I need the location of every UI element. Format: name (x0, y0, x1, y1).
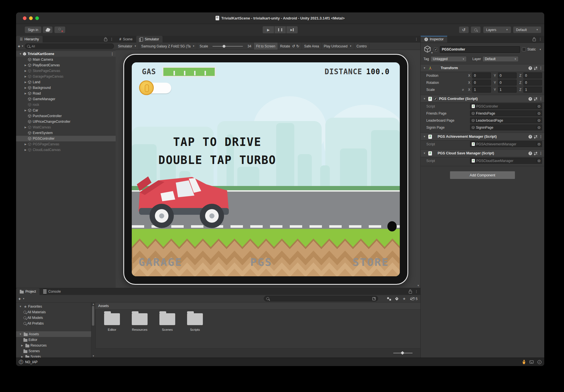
control-dropdown[interactable]: Contro (354, 43, 369, 50)
kebab-menu-icon[interactable]: ⋮ (539, 38, 542, 41)
leaderboard-page-field[interactable]: LeaderboardPage ⊙ (470, 117, 542, 123)
kebab-menu-icon[interactable]: ⋮ (539, 135, 543, 138)
scroll-down-arrow-icon[interactable]: ▼ (417, 284, 420, 287)
hierarchy-item[interactable]: ▶PlayBoardCanvas (16, 62, 116, 68)
tree-item-assets[interactable]: ▼ Assets (16, 331, 91, 337)
create-dropdown-icon[interactable]: ▼ (23, 297, 25, 300)
position-x-field[interactable]: 0 (472, 73, 491, 78)
static-dropdown-icon[interactable]: ▼ (539, 48, 541, 51)
store-button[interactable]: STORE (353, 256, 389, 268)
project-search-input[interactable] (271, 297, 371, 301)
tree-item-resources[interactable]: ▶ Resources (16, 343, 91, 348)
asset-folder-editor[interactable]: Editor (99, 313, 125, 331)
help-icon[interactable]: ? (528, 152, 532, 155)
position-z-field[interactable]: 0 (523, 73, 542, 78)
hierarchy-search-input[interactable] (31, 44, 112, 48)
create-object-button[interactable]: + (18, 44, 20, 49)
favorites-star-icon[interactable]: ★ (403, 297, 406, 301)
garage-button[interactable]: GARAGE (139, 256, 182, 268)
foldout-closed-icon[interactable]: ▶ (23, 69, 28, 72)
foldout-closed-icon[interactable]: ▶ (23, 75, 28, 78)
object-picker-icon[interactable]: ⊙ (536, 126, 541, 129)
script-reference-field[interactable]: PGSCloudSaveManager ⊙ (470, 158, 542, 164)
undo-history-button[interactable]: ↺ (459, 27, 469, 33)
layout-dropdown[interactable]: Default ▼ (513, 27, 541, 33)
component-enabled-checkbox[interactable]: ✓ (434, 97, 437, 101)
tag-dropdown[interactable]: Untagged▼ (431, 56, 467, 62)
pgs-controller-header[interactable]: ▼ ✓ PGS Controller (Script) ? ⋮ (421, 95, 544, 103)
rotate-controls[interactable]: Rotate ↺ ↻ (278, 43, 302, 50)
foldout-closed-icon[interactable]: ▶ (23, 148, 28, 151)
game-screen[interactable]: GAS DISTANCE 100.0 TAP T (132, 62, 400, 276)
gameobject-icon-large[interactable]: ▼ (423, 45, 432, 54)
object-picker-icon[interactable]: ⊙ (536, 111, 541, 115)
gameobject-name-field[interactable]: PGSController (440, 46, 520, 53)
open-search-window-icon[interactable] (372, 297, 376, 300)
asset-folder-scripts[interactable]: Scripts (182, 313, 208, 331)
pgs-cloud-save-manager-header[interactable]: ▼ PGS Cloud Save Manager (Script) ? ⋮ (421, 150, 544, 157)
kebab-menu-icon[interactable]: ⋮ (539, 152, 543, 155)
foldout-closed-icon[interactable]: ▶ (23, 86, 28, 89)
asset-folder-scenes[interactable]: Scenes (155, 313, 180, 331)
add-component-button[interactable]: Add Component (450, 171, 515, 179)
scale-y-field[interactable]: 1 (498, 87, 517, 93)
position-y-field[interactable]: 0 (498, 73, 517, 78)
rotation-x-field[interactable]: 0 (472, 80, 491, 86)
pgs-achievement-manager-header[interactable]: ▼ PGS Achievement Manager (Script) ? ⋮ (421, 133, 544, 141)
hierarchy-item[interactable]: ▶Background (16, 85, 116, 91)
presets-icon[interactable] (534, 135, 537, 138)
foldout-open-icon[interactable]: ▼ (422, 135, 427, 138)
scale-slider[interactable] (212, 46, 243, 47)
presets-icon[interactable] (534, 97, 537, 100)
hierarchy-item[interactable]: ▶PGSPageCanvas (16, 141, 116, 147)
hidden-packages-toggle[interactable]: 5 (410, 297, 418, 301)
tree-item-editor[interactable]: Editor (16, 337, 91, 343)
help-icon[interactable]: ? (528, 66, 532, 70)
layer-dropdown[interactable]: Default▼ (482, 56, 519, 62)
static-checkbox[interactable]: ✓ (522, 47, 526, 51)
help-icon[interactable]: ? (528, 97, 532, 101)
kebab-menu-icon[interactable]: ⋮ (110, 38, 113, 41)
console-messages-icon[interactable] (530, 360, 534, 363)
asset-folder-resources[interactable]: Resources (127, 313, 152, 331)
safe-area-button[interactable]: Safe Area (302, 43, 322, 50)
status-message[interactable]: NO_IAP (25, 360, 38, 364)
hierarchy-item[interactable]: ▶StorePageCanvas (16, 68, 116, 74)
tab-hierarchy[interactable]: ☰ Hierarchy (16, 36, 43, 43)
object-picker-icon[interactable]: ⊙ (536, 119, 541, 122)
rotation-y-field[interactable]: 0 (498, 80, 517, 86)
hierarchy-item[interactable]: GameManager (16, 96, 116, 102)
foldout-closed-icon[interactable]: ▶ (23, 143, 28, 146)
scroll-down-arrow-icon[interactable]: ▼ (92, 355, 95, 357)
object-picker-icon[interactable]: ⊙ (536, 159, 541, 163)
kebab-menu-icon[interactable]: ⋮ (539, 97, 543, 100)
lock-icon[interactable] (104, 39, 107, 41)
scale-link-icon[interactable]: ⌀ (461, 88, 465, 91)
foldout-closed-icon[interactable]: ▶ (23, 81, 28, 84)
rotate-ccw-icon[interactable]: ↺ (292, 44, 295, 48)
slider-thumb[interactable] (401, 351, 404, 355)
tree-item-all-prefabs[interactable]: All Prefabs (16, 321, 91, 326)
foldout-closed-icon[interactable]: ▶ (23, 92, 28, 95)
project-searchbox[interactable] (264, 296, 378, 301)
create-dropdown-icon[interactable]: ▼ (21, 45, 24, 47)
play-unfocused-dropdown[interactable]: Play Unfocused▼ (322, 43, 354, 50)
lock-icon[interactable] (533, 39, 536, 41)
kebab-menu-icon[interactable]: ⋮ (539, 66, 543, 70)
tree-item-all-models[interactable]: All Models (16, 315, 91, 321)
search-everything-button[interactable] (471, 27, 480, 33)
hierarchy-item[interactable]: PurchaseController (16, 113, 116, 119)
active-checkbox[interactable]: ✓ (434, 47, 438, 51)
object-picker-icon[interactable]: ⊙ (536, 142, 541, 146)
hierarchy-item[interactable]: ▶WaitCanvas (16, 124, 116, 130)
code-coverage-check-icon[interactable]: ✓ (537, 360, 541, 364)
script-reference-field[interactable]: PGSController ⊙ (470, 103, 542, 109)
tab-inspector[interactable]: i Inspector (421, 36, 447, 43)
friends-page-field[interactable]: FriendsPage ⊙ (470, 110, 542, 116)
collab-activity-icon[interactable] (522, 360, 526, 364)
hierarchy-item[interactable]: EventSystem (16, 130, 116, 136)
hierarchy-item[interactable]: ▶GaragePageCanvas (16, 74, 116, 79)
foldout-open-icon[interactable]: ▼ (422, 67, 427, 69)
tab-scene[interactable]: # Scene (116, 36, 136, 43)
search-by-type-icon[interactable] (387, 297, 391, 301)
